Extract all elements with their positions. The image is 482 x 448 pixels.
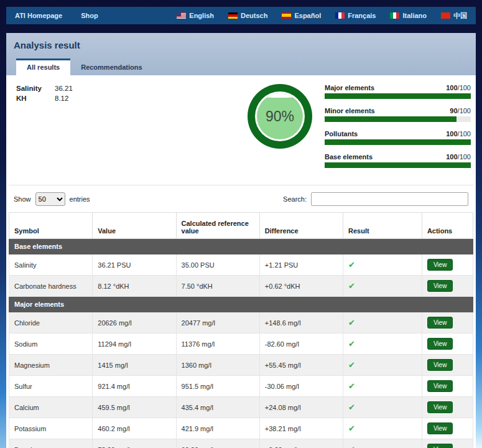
view-button[interactable]: View: [427, 280, 453, 292]
cell-difference: +38.21 mg/l: [259, 418, 343, 439]
italy-flag-icon: [390, 12, 399, 19]
top-navbar: ATI Homepage Shop English Deutsch Españo…: [6, 7, 476, 24]
view-button[interactable]: View: [427, 259, 453, 271]
water-parameters: Salinity 36.21 KH 8.12: [11, 83, 248, 105]
score-value: 100: [446, 130, 457, 138]
view-button[interactable]: View: [427, 359, 453, 371]
cell-actions: View: [422, 376, 473, 397]
lang-espanol[interactable]: Español: [282, 12, 321, 19]
cell-reference: 20477 mg/l: [176, 312, 259, 334]
score-value: 100: [446, 153, 457, 161]
header-value: Value: [93, 213, 176, 239]
header-symbol: Symbol: [9, 213, 93, 239]
view-button[interactable]: View: [427, 444, 453, 448]
lang-english[interactable]: English: [177, 12, 214, 19]
score-label: Minor elements: [325, 107, 375, 114]
cell-difference: +1.21 PSU: [259, 254, 343, 276]
score-bar-fill: [325, 93, 471, 99]
cell-difference: +0.62 °dKH: [259, 276, 343, 297]
score-value: 100: [446, 84, 457, 91]
lang-deutsch[interactable]: Deutsch: [228, 12, 267, 19]
cell-actions: View: [422, 312, 473, 334]
cell-result: ✔: [343, 276, 422, 297]
search-input[interactable]: [311, 192, 468, 206]
entries-select[interactable]: 50: [35, 192, 65, 206]
lang-francais[interactable]: Français: [335, 12, 376, 19]
check-icon: ✔: [348, 260, 355, 269]
cell-result: ✔: [343, 418, 422, 439]
check-icon: ✔: [348, 339, 355, 348]
param-label: KH: [16, 95, 55, 102]
cell-symbol: Potassium: [9, 418, 93, 439]
results-table: Symbol Value Calculated reference value …: [9, 212, 473, 448]
cell-result: ✔: [343, 355, 422, 376]
cell-symbol: Carbonate hardness: [9, 276, 93, 297]
cell-reference: 1360 mg/l: [176, 355, 259, 376]
score-max: /100: [458, 130, 471, 138]
lang-china[interactable]: 中国: [441, 11, 467, 21]
cell-actions: View: [422, 397, 473, 418]
cell-reference: 35.00 PSU: [176, 254, 259, 276]
score-major-elements: Major elements 100/100: [325, 84, 471, 99]
cell-symbol: Sulfur: [9, 376, 93, 397]
lang-italiano[interactable]: Italiano: [390, 12, 427, 19]
view-button[interactable]: View: [427, 422, 453, 434]
check-icon: ✔: [348, 445, 355, 448]
score-bar-fill: [325, 139, 471, 145]
language-switcher: English Deutsch Español Français Italian…: [177, 11, 467, 21]
check-icon: ✔: [348, 403, 355, 412]
cell-value: 36.21 PSU: [93, 254, 176, 276]
section-row-major-elements: Major elements: [9, 297, 473, 312]
check-icon: ✔: [348, 381, 355, 391]
cell-symbol: Magnesium: [9, 355, 93, 376]
analysis-card: Analysis result All results Recommendati…: [6, 33, 476, 448]
cell-symbol: Salinity: [9, 254, 93, 276]
cell-actions: View: [422, 254, 473, 276]
header-reference: Calculated reference value: [176, 213, 259, 239]
view-button[interactable]: View: [427, 380, 453, 392]
cell-value: 460.2 mg/l: [93, 418, 176, 439]
summary-section: Salinity 36.21 KH 8.12 90%: [9, 75, 473, 185]
header-difference: Difference: [259, 213, 343, 239]
entries-control: Show 50 entries: [14, 192, 90, 206]
lang-label: English: [189, 12, 214, 19]
lang-label: Deutsch: [241, 12, 267, 19]
score-label: Base elements: [325, 153, 373, 161]
germany-flag-icon: [228, 12, 238, 19]
score-label: Pollutants: [325, 130, 358, 138]
score-bar-fill: [325, 116, 457, 122]
category-scores: Major elements 100/100 Minor elements 90…: [325, 83, 471, 176]
score-bar: [325, 162, 471, 168]
table-row: Chloride 20626 mg/l 20477 mg/l +148.6 mg…: [9, 312, 473, 334]
tab-recommendations[interactable]: Recommendations: [70, 58, 152, 75]
score-minor-elements: Minor elements 90/100: [325, 107, 471, 122]
entries-label: entries: [70, 195, 90, 203]
table-row: Magnesium 1415 mg/l 1360 mg/l +55.45 mg/…: [9, 355, 473, 376]
cell-value: 20626 mg/l: [93, 312, 176, 334]
cell-result: ✔: [343, 397, 422, 418]
section-row-base-elements: Base elements: [9, 239, 473, 254]
header-result: Result: [343, 213, 422, 239]
cell-actions: View: [422, 334, 473, 355]
cell-value: 11294 mg/l: [93, 334, 176, 355]
us-flag-icon: [177, 12, 186, 19]
overall-score-gauge: 90%: [248, 84, 312, 149]
score-label: Major elements: [325, 84, 374, 91]
cell-value: 8.12 °dKH: [93, 276, 176, 297]
cell-actions: View: [422, 276, 473, 297]
score-bar: [325, 93, 471, 99]
page-title: Analysis result: [14, 40, 468, 50]
view-button[interactable]: View: [427, 401, 453, 413]
cell-reference: 435.4 mg/l: [176, 397, 259, 418]
param-label: Salinity: [16, 85, 55, 92]
param-value: 36.21: [55, 85, 73, 92]
tab-all-results[interactable]: All results: [16, 58, 70, 75]
nav-link-ati-homepage[interactable]: ATI Homepage: [15, 12, 62, 19]
score-bar: [325, 139, 471, 145]
view-button[interactable]: View: [427, 317, 453, 329]
cell-actions: View: [422, 439, 473, 448]
view-button[interactable]: View: [427, 338, 453, 350]
cell-difference: +24.08 mg/l: [259, 397, 343, 418]
china-flag-icon: [441, 12, 450, 19]
nav-link-shop[interactable]: Shop: [81, 12, 98, 19]
